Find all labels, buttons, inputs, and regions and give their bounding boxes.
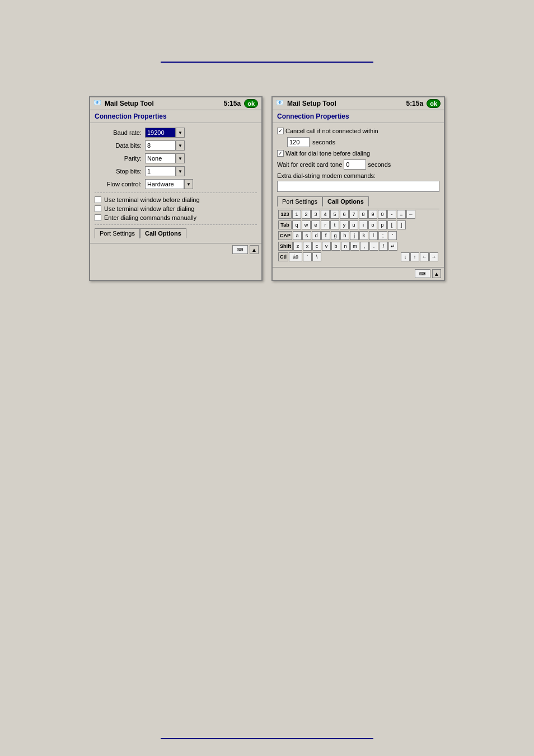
key-tab[interactable]: Tab bbox=[278, 220, 292, 229]
right-ok-button[interactable]: ok bbox=[427, 99, 441, 108]
cancel-call-checkbox[interactable] bbox=[277, 128, 284, 134]
baud-rate-dropdown[interactable]: ▼ bbox=[176, 128, 185, 138]
stop-bits-input[interactable] bbox=[145, 166, 176, 176]
keyboard-row2: Tab q w e r t y u i o p [ ] bbox=[277, 220, 439, 230]
key-w[interactable]: w bbox=[302, 220, 311, 229]
key-cap[interactable]: CAP bbox=[278, 231, 292, 240]
key-period[interactable]: . bbox=[369, 242, 378, 251]
key-backspace[interactable]: ← bbox=[406, 210, 415, 219]
cancel-call-value-input[interactable] bbox=[287, 137, 310, 147]
key-backtick[interactable]: ` bbox=[303, 252, 312, 261]
key-c[interactable]: c bbox=[312, 242, 321, 251]
key-right[interactable]: → bbox=[429, 252, 438, 261]
left-bottom-bar: ⌨ ▲ bbox=[90, 243, 261, 256]
parity-dropdown[interactable]: ▼ bbox=[176, 153, 185, 163]
key-minus[interactable]: - bbox=[387, 210, 396, 219]
key-special-chars[interactable]: áü bbox=[289, 252, 302, 261]
right-tab-port-settings[interactable]: Port Settings bbox=[277, 196, 322, 206]
right-tab-call-options[interactable]: Call Options bbox=[322, 196, 369, 206]
key-b[interactable]: b bbox=[331, 242, 340, 251]
key-j[interactable]: j bbox=[350, 231, 359, 240]
right-keyboard-icon[interactable]: ⌨ bbox=[415, 269, 430, 278]
key-z[interactable]: z bbox=[293, 242, 302, 251]
key-e[interactable]: e bbox=[311, 220, 320, 229]
key-6[interactable]: 6 bbox=[340, 210, 349, 219]
flow-control-input[interactable] bbox=[145, 179, 184, 189]
key-comma[interactable]: , bbox=[360, 242, 369, 251]
key-m[interactable]: m bbox=[350, 242, 359, 251]
left-tab-call-options[interactable]: Call Options bbox=[140, 228, 186, 238]
key-u[interactable]: u bbox=[349, 220, 358, 229]
left-titlebar-left: 📧 Mail Setup Tool bbox=[93, 99, 154, 108]
enter-commands-checkbox[interactable] bbox=[95, 214, 101, 221]
wait-dial-tone-row: Wait for dial tone before dialing bbox=[277, 150, 439, 157]
key-7[interactable]: 7 bbox=[349, 210, 358, 219]
baud-rate-input[interactable] bbox=[145, 128, 176, 138]
key-lbracket[interactable]: [ bbox=[387, 220, 396, 229]
data-bits-label: Data bits: bbox=[95, 142, 145, 149]
left-tab-port-settings[interactable]: Port Settings bbox=[95, 228, 140, 238]
enter-commands-row: Enter dialing commands manually bbox=[95, 214, 257, 221]
key-d[interactable]: d bbox=[312, 231, 321, 240]
key-ctl[interactable]: Ctl bbox=[278, 252, 288, 261]
key-i[interactable]: i bbox=[359, 220, 368, 229]
key-3[interactable]: 3 bbox=[311, 210, 320, 219]
key-k[interactable]: k bbox=[359, 231, 368, 240]
key-t[interactable]: t bbox=[330, 220, 339, 229]
key-semicolon[interactable]: ; bbox=[378, 231, 387, 240]
key-r[interactable]: r bbox=[321, 220, 330, 229]
credit-card-input[interactable] bbox=[344, 159, 366, 170]
flow-control-dropdown[interactable]: ▼ bbox=[184, 179, 193, 189]
key-h[interactable]: h bbox=[340, 231, 349, 240]
key-n[interactable]: n bbox=[341, 242, 350, 251]
key-equals[interactable]: = bbox=[397, 210, 406, 219]
right-window-title: Mail Setup Tool bbox=[287, 100, 336, 107]
key-g[interactable]: g bbox=[331, 231, 340, 240]
key-a[interactable]: a bbox=[293, 231, 302, 240]
key-o[interactable]: o bbox=[368, 220, 377, 229]
key-9[interactable]: 9 bbox=[368, 210, 377, 219]
terminal-before-checkbox[interactable] bbox=[95, 196, 101, 203]
key-q[interactable]: q bbox=[292, 220, 301, 229]
right-arrow-up[interactable]: ▲ bbox=[432, 269, 441, 278]
key-enter[interactable]: ↵ bbox=[388, 242, 397, 251]
key-123[interactable]: 123 bbox=[278, 210, 292, 219]
left-arrow-up[interactable]: ▲ bbox=[250, 245, 259, 254]
key-slash[interactable]: / bbox=[379, 242, 388, 251]
keyboard-row4: Shift z x c v b n m , . / ↵ bbox=[277, 241, 439, 251]
key-down[interactable]: ↓ bbox=[401, 252, 410, 261]
key-p[interactable]: p bbox=[378, 220, 387, 229]
stop-bits-dropdown[interactable]: ▼ bbox=[176, 166, 185, 176]
key-y[interactable]: y bbox=[340, 220, 349, 229]
parity-input[interactable] bbox=[145, 153, 176, 163]
key-1[interactable]: 1 bbox=[292, 210, 301, 219]
left-keyboard-icon[interactable]: ⌨ bbox=[232, 245, 248, 254]
left-ok-button[interactable]: ok bbox=[244, 99, 258, 108]
key-x[interactable]: x bbox=[303, 242, 312, 251]
data-bits-dropdown[interactable]: ▼ bbox=[176, 140, 185, 151]
key-quote[interactable]: ' bbox=[388, 231, 397, 240]
terminal-after-checkbox[interactable] bbox=[95, 205, 101, 212]
wait-dial-tone-checkbox[interactable] bbox=[277, 150, 284, 157]
extra-commands-input[interactable] bbox=[277, 181, 439, 192]
left-window: 📧 Mail Setup Tool 5:15a ok Connection Pr… bbox=[89, 96, 263, 281]
key-l[interactable]: l bbox=[369, 231, 378, 240]
key-8[interactable]: 8 bbox=[359, 210, 368, 219]
key-backslash[interactable]: \ bbox=[312, 252, 321, 261]
key-v[interactable]: v bbox=[322, 242, 331, 251]
bottom-horizontal-line bbox=[161, 738, 373, 739]
key-5[interactable]: 5 bbox=[330, 210, 339, 219]
key-f[interactable]: f bbox=[321, 231, 330, 240]
key-s[interactable]: s bbox=[302, 231, 311, 240]
right-section-header: Connection Properties bbox=[273, 110, 444, 123]
key-2[interactable]: 2 bbox=[302, 210, 311, 219]
seconds1-label: seconds bbox=[312, 139, 335, 145]
key-rbracket[interactable]: ] bbox=[397, 220, 406, 229]
key-0[interactable]: 0 bbox=[378, 210, 387, 219]
extra-commands-section: Extra dial-string modem commands: bbox=[277, 172, 439, 192]
key-4[interactable]: 4 bbox=[321, 210, 330, 219]
key-shift[interactable]: Shift bbox=[278, 242, 293, 251]
key-left[interactable]: ← bbox=[420, 252, 429, 261]
data-bits-input[interactable] bbox=[145, 140, 176, 151]
key-up[interactable]: ↑ bbox=[410, 252, 419, 261]
